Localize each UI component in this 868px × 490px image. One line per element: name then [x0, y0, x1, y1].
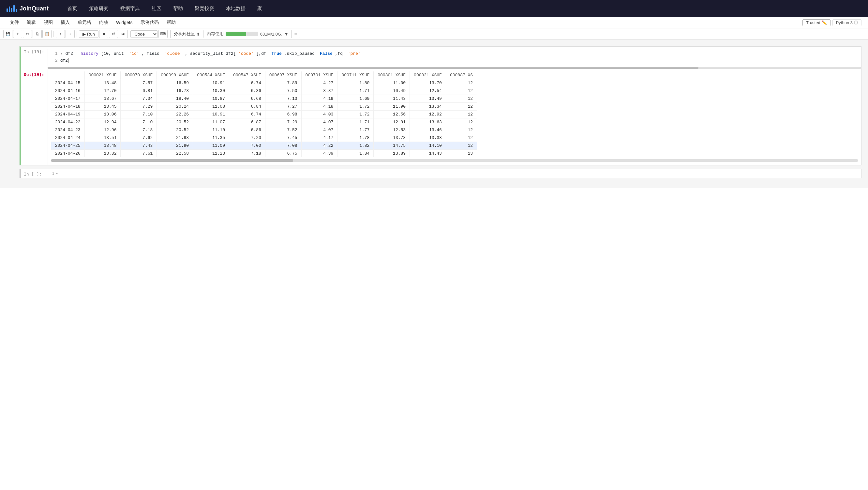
- save-button[interactable]: 💾: [3, 30, 12, 38]
- fast-forward-button[interactable]: ⏭: [119, 30, 128, 38]
- mem-label: 内存使用: [207, 31, 224, 37]
- cell-val-4-3: 10.91: [193, 110, 229, 118]
- cell-val-7-6: 4.17: [301, 134, 338, 142]
- menu-edit[interactable]: 编辑: [24, 18, 39, 27]
- cell-type-select[interactable]: Code: [130, 30, 158, 38]
- cell-val-1-1: 6.81: [121, 87, 157, 95]
- col-header-8: 000801.XSHE: [374, 71, 410, 79]
- code-editor[interactable]: 1 ▾ df2 = history (10, unit= '1d' , fiel…: [48, 49, 861, 66]
- empty-line-num: 1: [52, 171, 55, 176]
- logo-icon: [6, 5, 17, 12]
- cell-val-6-8: 12.53: [374, 126, 410, 134]
- table-scrollbar[interactable]: [51, 159, 858, 162]
- nav-community[interactable]: 社区: [146, 0, 167, 17]
- code-content[interactable]: 1 ▾ df2 = history (10, unit= '1d' , fiel…: [48, 47, 861, 69]
- menu-view[interactable]: 视图: [40, 18, 56, 27]
- line-arrow-1: ▾: [60, 51, 63, 57]
- cell-date-4: 2024-04-19: [51, 110, 85, 118]
- code-scrollbar[interactable]: [48, 67, 861, 69]
- trusted-button[interactable]: Trusted ✏️: [802, 19, 831, 26]
- cell-val-2-0: 13.67: [85, 95, 121, 103]
- move-up-button[interactable]: ↑: [56, 30, 65, 38]
- cell-val-8-8: 14.75: [374, 142, 410, 149]
- cell-val-2-4: 6.68: [229, 95, 265, 103]
- paste-button[interactable]: 📋: [42, 30, 52, 38]
- cell-val-9-10: 13: [446, 149, 477, 157]
- menu-cell[interactable]: 单元格: [74, 18, 95, 27]
- cell-val-2-10: 12: [446, 95, 477, 103]
- cell-val-5-2: 20.52: [157, 118, 193, 126]
- cell-val-2-1: 7.34: [121, 95, 157, 103]
- cell-val-9-8: 13.89: [374, 149, 410, 157]
- output-table-area[interactable]: 000021.XSHE 000070.XSHE 000099.XSHE 0005…: [48, 69, 861, 165]
- menu-file[interactable]: 文件: [6, 18, 22, 27]
- cell-val-6-1: 7.18: [121, 126, 157, 134]
- nav-local-data[interactable]: 本地数据: [220, 0, 251, 17]
- stop-button[interactable]: ■: [99, 30, 108, 38]
- share-label: 分享到社区: [174, 31, 195, 37]
- trusted-label: Trusted: [806, 20, 820, 25]
- cell-val-3-5: 7.27: [265, 103, 301, 110]
- cell-val-0-1: 7.57: [121, 79, 157, 87]
- cell-val-0-0: 13.48: [85, 79, 121, 87]
- copy-button[interactable]: ⎘: [33, 30, 42, 38]
- cell-val-4-2: 22.26: [157, 110, 193, 118]
- nav-strategy[interactable]: 策略研究: [83, 0, 115, 17]
- nav-home[interactable]: 首页: [62, 0, 83, 17]
- cell-val-6-2: 20.52: [157, 126, 193, 134]
- cell-val-9-3: 11.23: [193, 149, 229, 157]
- cell-val-8-2: 21.90: [157, 142, 193, 149]
- menu-help[interactable]: 帮助: [163, 18, 179, 27]
- nav-help[interactable]: 帮助: [167, 0, 189, 17]
- cell-val-5-8: 12.91: [374, 118, 410, 126]
- cell-val-9-6: 4.39: [301, 149, 338, 157]
- cut-button[interactable]: ✂: [23, 30, 32, 38]
- nav-invest[interactable]: 聚宽投资: [189, 0, 220, 17]
- cell-val-5-4: 6.87: [229, 118, 265, 126]
- nav-data-dict[interactable]: 数据字典: [115, 0, 146, 17]
- line-num-1: 1: [51, 51, 58, 57]
- list-icon-button[interactable]: ≡: [291, 30, 300, 38]
- move-down-button[interactable]: ↓: [66, 30, 75, 38]
- add-cell-button[interactable]: +: [13, 30, 22, 38]
- cell-val-3-0: 13.45: [85, 103, 121, 110]
- cell-val-0-7: 1.80: [338, 79, 374, 87]
- cell-val-1-0: 12.70: [85, 87, 121, 95]
- cell-in-label: In [19]:: [21, 47, 48, 54]
- run-button[interactable]: ▶ Run: [79, 30, 98, 38]
- cell-date-7: 2024-04-24: [51, 134, 85, 142]
- brand-name: JoinQuant: [20, 5, 49, 12]
- cell-val-0-3: 10.91: [193, 79, 229, 87]
- share-button[interactable]: 分享到社区 ⬆: [170, 30, 204, 38]
- memory-bar-fill: [226, 32, 246, 36]
- cell-val-7-8: 13.78: [374, 134, 410, 142]
- empty-cell-content[interactable]: 1 ▾: [46, 169, 861, 178]
- menu-examples[interactable]: 示例代码: [137, 18, 162, 27]
- cell-val-9-5: 6.75: [265, 149, 301, 157]
- cell-val-3-6: 4.18: [301, 103, 338, 110]
- cell-val-4-8: 12.56: [374, 110, 410, 118]
- cell-val-2-5: 7.13: [265, 95, 301, 103]
- line-num-2: 2: [51, 57, 58, 64]
- menu-widgets[interactable]: Widgets: [113, 19, 136, 26]
- col-header-index: [51, 71, 85, 79]
- cell-date-8: 2024-04-25: [51, 142, 85, 149]
- table-row: 2024-04-1913.067.1022.2610.916.746.984.0…: [51, 110, 477, 118]
- restart-button[interactable]: ↺: [109, 30, 118, 38]
- menu-insert[interactable]: 插入: [57, 18, 73, 27]
- menu-kernel[interactable]: 内核: [96, 18, 112, 27]
- nav-extra[interactable]: 聚: [251, 0, 268, 17]
- keyboard-button[interactable]: ⌨: [158, 30, 167, 38]
- cell-val-3-8: 11.90: [374, 103, 410, 110]
- logo[interactable]: JoinQuant: [6, 5, 49, 12]
- cell-val-3-4: 6.84: [229, 103, 265, 110]
- memory-area: 内存使用 631M/1.0G, ▼: [207, 31, 288, 37]
- cell-val-6-5: 7.52: [265, 126, 301, 134]
- trusted-area: Trusted ✏️ Python 3: [802, 19, 862, 26]
- cell-date-1: 2024-04-16: [51, 87, 85, 95]
- cell-val-6-6: 4.07: [301, 126, 338, 134]
- cell-val-5-10: 12: [446, 118, 477, 126]
- cell-val-0-6: 4.27: [301, 79, 338, 87]
- cell-val-0-9: 13.70: [410, 79, 446, 87]
- cell-val-9-2: 22.58: [157, 149, 193, 157]
